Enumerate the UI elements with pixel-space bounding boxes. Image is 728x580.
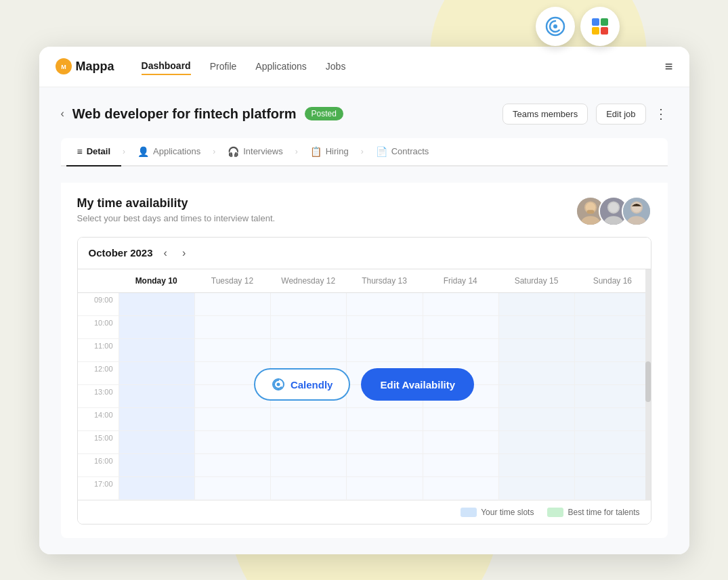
tab-hiring[interactable]: 📋 Hiring	[299, 138, 360, 165]
tab-contracts[interactable]: 📄 Contracts	[365, 138, 440, 165]
cal-cell-3-8[interactable]	[346, 477, 422, 499]
nav-dashboard[interactable]: Dashboard	[142, 58, 191, 75]
cal-cell-3-5[interactable]	[346, 408, 422, 430]
applications-icon: 👤	[137, 146, 149, 157]
cal-row-1700: 17:00	[78, 477, 651, 500]
cal-cell-5-8[interactable]	[498, 477, 574, 499]
cal-cell-4-7[interactable]	[423, 454, 498, 476]
cal-cell-0-2[interactable]	[119, 339, 194, 361]
cal-cell-5-0[interactable]	[498, 293, 574, 315]
cal-cell-0-7[interactable]	[119, 454, 194, 476]
posted-badge: Posted	[305, 107, 343, 120]
time-label-1600: 16:00	[78, 454, 119, 476]
time-label-0900: 09:00	[78, 293, 119, 315]
calendar-prev[interactable]: ‹	[160, 246, 171, 261]
svg-point-16	[608, 202, 618, 213]
tab-applications[interactable]: 👤 Applications	[127, 138, 211, 165]
calendly-button[interactable]: Calendly	[254, 368, 351, 401]
cal-cell-4-5[interactable]	[423, 408, 498, 430]
logo: M Mappa	[56, 58, 114, 74]
nav-profile[interactable]: Profile	[210, 58, 237, 74]
time-label-1500: 15:00	[78, 431, 119, 453]
cal-cell-0-6[interactable]	[119, 431, 194, 453]
tab-sep-3: ›	[295, 147, 298, 156]
logo-text: Mappa	[76, 60, 114, 74]
cal-cell-0-1[interactable]	[119, 316, 194, 338]
cal-cell-0-5[interactable]	[119, 408, 194, 430]
cal-cell-1-6[interactable]	[194, 431, 270, 453]
availability-subtitle: Select your best days and times to inter…	[77, 213, 276, 223]
day-monday: Monday 10	[119, 269, 194, 292]
tabs-row: ≡ Detail › 👤 Applications › 🎧 Interviews…	[61, 138, 668, 166]
cal-cell-6-6[interactable]	[574, 431, 650, 453]
cal-cell-1-0[interactable]	[194, 293, 270, 315]
cal-cell-6-0[interactable]	[574, 293, 650, 315]
edit-availability-button[interactable]: Edit Availability	[361, 368, 474, 401]
cal-cell-2-2[interactable]	[270, 339, 346, 361]
cal-cell-2-8[interactable]	[270, 477, 346, 499]
cal-cell-3-7[interactable]	[346, 454, 422, 476]
cal-cell-1-8[interactable]	[194, 477, 270, 499]
cal-cell-1-2[interactable]	[194, 339, 270, 361]
time-header-spacer	[78, 269, 119, 292]
cal-cell-1-5[interactable]	[194, 408, 270, 430]
tab-detail[interactable]: ≡ Detail	[66, 138, 122, 166]
cal-cell-4-8[interactable]	[423, 477, 498, 499]
cal-cell-5-7[interactable]	[498, 454, 574, 476]
calendar-cta-row: Calendly Edit Availability	[78, 368, 651, 401]
cal-cell-3-6[interactable]	[346, 431, 422, 453]
legend-your-slots: Your time slots	[461, 508, 534, 517]
cal-cell-6-7[interactable]	[574, 454, 650, 476]
cal-cell-5-2[interactable]	[498, 339, 574, 361]
cal-cell-1-1[interactable]	[194, 316, 270, 338]
calendar-month: October 2023	[89, 247, 153, 259]
cal-cell-3-1[interactable]	[346, 316, 422, 338]
cal-cell-2-5[interactable]	[270, 408, 346, 430]
cal-cell-2-6[interactable]	[270, 431, 346, 453]
day-thursday: Thursday 13	[346, 269, 422, 292]
calendly-floating-icon	[536, 7, 575, 46]
cal-cell-5-6[interactable]	[498, 431, 574, 453]
cal-cell-4-2[interactable]	[423, 339, 498, 361]
time-label-1400: 14:00	[78, 408, 119, 430]
cal-cell-0-0[interactable]	[119, 293, 194, 315]
calendar-container: October 2023 ‹ › Monday 10 Tuesday 12	[77, 237, 651, 525]
day-wednesday: Wednesday 12	[270, 269, 346, 292]
cal-cell-5-5[interactable]	[498, 408, 574, 430]
cal-cell-3-0[interactable]	[346, 293, 422, 315]
cal-cell-4-1[interactable]	[423, 316, 498, 338]
cal-cell-2-1[interactable]	[270, 316, 346, 338]
tab-interviews[interactable]: 🎧 Interviews	[217, 138, 294, 165]
cal-cell-6-2[interactable]	[574, 339, 650, 361]
calendar-next[interactable]: ›	[178, 246, 190, 261]
teams-members-button[interactable]: Teams members	[502, 104, 588, 125]
time-label-1100: 11:00	[78, 339, 119, 361]
cal-cell-6-5[interactable]	[574, 408, 650, 430]
cal-cell-3-2[interactable]	[346, 339, 422, 361]
cal-cell-6-1[interactable]	[574, 316, 650, 338]
browser-window: M Mappa Dashboard Profile Applications J…	[39, 47, 689, 554]
logo-icon: M	[56, 58, 72, 74]
cal-cell-4-6[interactable]	[423, 431, 498, 453]
avatar-3	[622, 196, 651, 226]
calendar-header: October 2023 ‹ ›	[78, 238, 651, 269]
cal-cell-2-7[interactable]	[270, 454, 346, 476]
time-label-1700: 17:00	[78, 477, 119, 499]
edit-job-button[interactable]: Edit job	[596, 104, 645, 125]
hamburger-menu[interactable]: ≡	[665, 59, 673, 74]
nav-applications[interactable]: Applications	[255, 58, 307, 74]
cal-cell-1-7[interactable]	[194, 454, 270, 476]
back-arrow[interactable]: ‹	[61, 108, 64, 120]
cal-cell-5-1[interactable]	[498, 316, 574, 338]
cal-cell-2-0[interactable]	[270, 293, 346, 315]
availability-title: My time availability	[77, 196, 276, 210]
day-sunday: Sunday 16	[574, 269, 650, 292]
cal-cell-4-0[interactable]	[423, 293, 498, 315]
nav-jobs[interactable]: Jobs	[326, 58, 346, 74]
calendar-grid-container: Monday 10 Tuesday 12 Wednesday 12 Thursd…	[78, 269, 651, 500]
cal-cell-0-8[interactable]	[119, 477, 194, 499]
interviews-icon: 🎧	[228, 146, 239, 157]
cal-cell-6-8[interactable]	[574, 477, 650, 499]
more-options-button[interactable]: ⋮	[654, 106, 668, 122]
availability-header: My time availability Select your best da…	[61, 183, 668, 237]
